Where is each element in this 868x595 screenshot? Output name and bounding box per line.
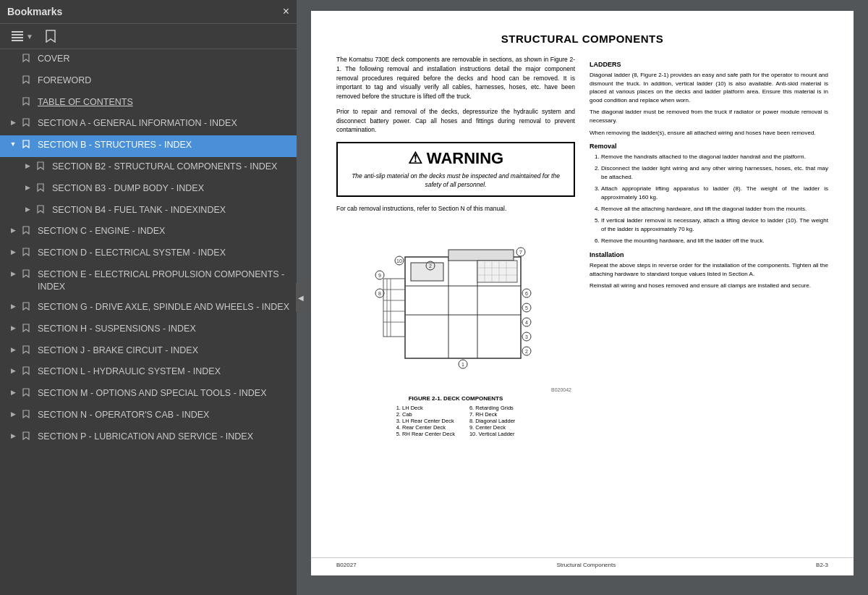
bookmark-item-sectionH[interactable]: ▶ SECTION H - SUSPENSIONS - INDEX: [0, 319, 297, 341]
bookmark-label-sectionJ: SECTION J - BRAKE CIRCUIT - INDEX: [38, 345, 291, 358]
bookmark-label-sectionB4: SECTION B4 - FUEL TANK - INDEXINDEX: [52, 204, 291, 217]
bookmark-item-sectionJ[interactable]: ▶ SECTION J - BRAKE CIRCUIT - INDEX: [0, 341, 297, 363]
svg-rect-11: [383, 279, 405, 337]
svg-text:4: 4: [525, 320, 528, 325]
sidebar-toolbar: ▼: [0, 24, 297, 49]
expand-icon-sectionB3[interactable]: ▶: [22, 183, 33, 193]
svg-text:2: 2: [525, 349, 528, 354]
bookmark-list: COVER FOREWORD TABLE OF CONTENTS ▶ SECTI…: [0, 49, 297, 595]
bookmark-item-sectionL[interactable]: ▶ SECTION L - HYDRAULIC SYSTEM - INDEX: [0, 362, 297, 384]
list-view-button[interactable]: ▼: [7, 29, 36, 43]
warning-title: ⚠ WARNING: [345, 149, 566, 168]
svg-text:5: 5: [525, 305, 528, 311]
bookmark-flag-icon: [36, 161, 48, 175]
list-icon: [10, 30, 25, 42]
left-column: The Komatsu 730E deck components are rem…: [336, 55, 575, 437]
figure-area: 7 2 9 8 6 5 4 3: [336, 221, 575, 437]
svg-rect-0: [12, 31, 23, 33]
warning-triangle-icon: ⚠: [408, 149, 422, 168]
figure-deck-components: 7 2 9 8 6 5 4 3: [362, 221, 550, 387]
legend-item-1: 1. LH Deck: [396, 405, 455, 411]
bookmark-flag-icon: [22, 410, 33, 423]
bookmark-item-sectionN[interactable]: ▶ SECTION N - OPERATOR'S CAB - INDEX: [0, 405, 297, 427]
bookmark-item-sectionM[interactable]: ▶ SECTION M - OPTIONS AND SPECIAL TOOLS …: [0, 384, 297, 405]
expand-icon-sectionG[interactable]: ▶: [7, 302, 19, 311]
bookmark-flag-icon: [22, 226, 33, 240]
svg-text:3: 3: [525, 334, 528, 339]
sidebar-header: Bookmarks ×: [0, 0, 297, 24]
expand-icon-sectionE[interactable]: ▶: [7, 269, 19, 279]
removal-heading: Removal: [590, 143, 828, 150]
expand-icon-sectionB[interactable]: ▼: [7, 140, 19, 149]
bookmark-item-cover[interactable]: COVER: [0, 49, 297, 71]
footer-right: B2-3: [816, 562, 828, 568]
bookmark-flag-icon: [22, 302, 33, 316]
warning-box: ⚠ WARNING The anti-slip material on the …: [336, 142, 575, 197]
bookmark-item-sectionB3[interactable]: ▶ SECTION B3 - DUMP BODY - INDEX: [0, 179, 297, 201]
expand-icon-sectionM[interactable]: ▶: [7, 388, 19, 397]
two-column-layout: The Komatsu 730E deck components are rem…: [336, 55, 828, 437]
bookmark-flag-icon: [22, 248, 33, 261]
document-page: STRUCTURAL COMPONENTS The Komatsu 730E d…: [311, 11, 854, 575]
bookmark-view-button[interactable]: [42, 28, 59, 44]
bookmark-item-sectionG[interactable]: ▶ SECTION G - DRIVE AXLE, SPINDLE AND WH…: [0, 298, 297, 319]
svg-rect-10: [448, 250, 514, 261]
svg-rect-1: [12, 34, 23, 35]
expand-icon-sectionP[interactable]: ▶: [7, 431, 19, 441]
expand-icon-sectionJ[interactable]: ▶: [7, 345, 19, 355]
figure-legend: 1. LH Deck 2. Cab 3. LH Rear Center Deck…: [396, 405, 516, 437]
bookmark-item-sectionC[interactable]: ▶ SECTION C - ENGINE - INDEX: [0, 221, 297, 243]
legend-item-3: 3. LH Rear Center Deck: [396, 418, 455, 424]
bookmark-label-sectionB3: SECTION B3 - DUMP BODY - INDEX: [52, 182, 291, 195]
bookmark-item-foreword[interactable]: FOREWORD: [0, 71, 297, 93]
expand-icon-sectionN[interactable]: ▶: [7, 410, 19, 419]
expand-icon-sectionB2[interactable]: ▶: [22, 161, 33, 171]
sidebar: Bookmarks × ▼ COVER: [0, 0, 297, 595]
collapse-panel-button[interactable]: ◀: [296, 283, 306, 312]
bookmark-label-sectionC: SECTION C - ENGINE - INDEX: [38, 225, 291, 238]
expand-icon-sectionC[interactable]: ▶: [7, 226, 19, 235]
legend-col-2: 6. Retarding Grids 7. RH Deck 8. Diagona…: [469, 405, 515, 437]
expand-icon-sectionL[interactable]: ▶: [7, 366, 19, 376]
bookmark-label-sectionA: SECTION A - GENERAL INFORMATION - INDEX: [38, 117, 291, 130]
bookmark-label-foreword: FOREWORD: [38, 75, 291, 88]
bookmark-label-toc: TABLE OF CONTENTS: [38, 96, 291, 109]
right-column: LADDERS Diagonal ladder (8, Figure 2-1) …: [590, 55, 828, 437]
bookmark-flag-icon: [22, 366, 33, 380]
svg-rect-18: [477, 261, 517, 282]
legend-item-10: 10. Vertical Ladder: [469, 431, 515, 437]
bookmark-icon: [45, 30, 56, 43]
right-p3: When removing the ladder(s), ensure all …: [590, 129, 828, 138]
intro-paragraph-1: The Komatsu 730E deck components are rem…: [336, 55, 575, 101]
svg-text:8: 8: [378, 291, 381, 296]
bookmark-flag-icon: [22, 431, 33, 445]
svg-rect-2: [12, 37, 23, 38]
bookmark-item-sectionA[interactable]: ▶ SECTION A - GENERAL INFORMATION - INDE…: [0, 114, 297, 135]
bookmark-item-sectionP[interactable]: ▶ SECTION P - LUBRICATION AND SERVICE - …: [0, 427, 297, 449]
legend-item-7: 7. RH Deck: [469, 411, 515, 418]
install-p2: Reinstall all wiring and hoses removed a…: [590, 282, 828, 290]
svg-text:10: 10: [396, 258, 402, 263]
bookmark-flag-icon: [22, 345, 33, 359]
bookmark-item-sectionB2[interactable]: ▶ SECTION B2 - STRUCTURAL COMPONENTS - I…: [0, 157, 297, 179]
step-3: Attach appropriate lifting apparatus to …: [601, 185, 828, 202]
bookmark-item-sectionD[interactable]: ▶ SECTION D - ELECTRICAL SYSTEM - INDEX: [0, 243, 297, 265]
expand-icon-sectionB4[interactable]: ▶: [22, 205, 33, 214]
bookmark-item-sectionB[interactable]: ▼ SECTION B - STRUCTURES - INDEX: [0, 135, 297, 157]
main-content: STRUCTURAL COMPONENTS The Komatsu 730E d…: [297, 0, 868, 595]
expand-icon-sectionD[interactable]: ▶: [7, 248, 19, 257]
close-button[interactable]: ×: [283, 6, 289, 17]
expand-icon-sectionH[interactable]: ▶: [7, 324, 19, 333]
bookmark-label-sectionG: SECTION G - DRIVE AXLE, SPINDLE AND WHEE…: [38, 301, 291, 314]
svg-text:7: 7: [519, 250, 522, 255]
intro-paragraph-3: For cab removal instructions, refer to S…: [336, 204, 575, 214]
expand-icon-sectionA[interactable]: ▶: [7, 118, 19, 127]
bookmark-item-sectionB4[interactable]: ▶ SECTION B4 - FUEL TANK - INDEXINDEX: [0, 201, 297, 222]
bookmark-flag-icon: [22, 140, 33, 153]
dropdown-arrow: ▼: [26, 33, 33, 41]
step-2: Disconnect the ladder light wiring and a…: [601, 164, 828, 182]
bookmark-item-sectionE[interactable]: ▶ SECTION E - ELECTRICAL PROPULSION COMP…: [0, 265, 297, 298]
bookmark-item-toc[interactable]: TABLE OF CONTENTS: [0, 93, 297, 114]
svg-text:2: 2: [429, 263, 432, 269]
legend-col-1: 1. LH Deck 2. Cab 3. LH Rear Center Deck…: [396, 405, 455, 437]
